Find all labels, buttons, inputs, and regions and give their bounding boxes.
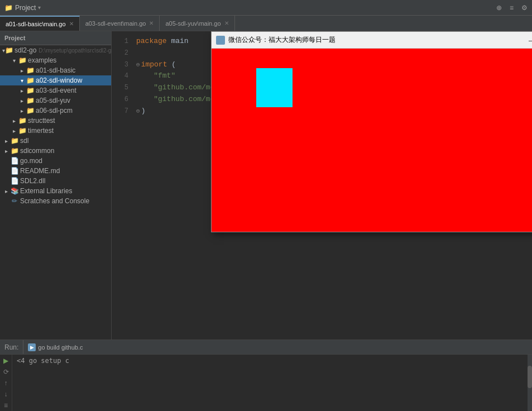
folder-icon-examples: 📁 <box>18 56 27 64</box>
tab-main-go-2[interactable]: a03-sdl-event\main.go ✕ <box>80 16 160 31</box>
folder-icon-sdl2go: 📁 <box>5 46 13 54</box>
folder-icon-a06: 📁 <box>26 107 35 114</box>
label-a03: a03-sdl-event <box>36 87 76 94</box>
project-dropdown-arrow[interactable]: ▾ <box>38 4 41 11</box>
sidebar-item-examples[interactable]: ▾ 📁 examples <box>0 55 111 65</box>
label-sdl2go: sdl2-go <box>15 46 36 54</box>
arrow-examples: ▾ <box>10 58 18 64</box>
folder-icon-a02: 📁 <box>26 77 35 84</box>
run-scrollbar-thumb[interactable] <box>528 366 532 388</box>
icon-scratches: ✏ <box>10 197 19 205</box>
arrow-a06: ▸ <box>18 108 26 114</box>
tab-main-go-3[interactable]: a05-sdl-yuv\main.go ✕ <box>160 16 234 31</box>
folder-icon-sdlcommon: 📁 <box>10 147 19 155</box>
file-icon-readme: 📄 <box>10 167 19 175</box>
run-output-content: <4 go setup c <box>17 357 69 365</box>
folder-icon-extlibs: 📚 <box>10 187 19 195</box>
sidebar-header-label: Project <box>4 35 25 41</box>
run-down-button[interactable]: ↓ <box>2 390 11 398</box>
sidebar-item-a02[interactable]: ▾ 📁 a02-sdl-window <box>0 75 111 85</box>
tab-close-2[interactable]: ✕ <box>149 20 154 26</box>
sidebar: Project ▾ 📁 sdl2-go D:\mysetup\gopath\sr… <box>0 31 112 340</box>
run-list-button[interactable]: ≡ <box>2 402 11 409</box>
sdl-title-text: 微信公众号：福大大架构师每日一题 <box>228 35 529 45</box>
folder-icon-a03: 📁 <box>26 87 35 94</box>
run-sidebar-buttons: ▶ ⟳ ↑ ↓ ≡ 🖨 🗑 <box>0 355 12 411</box>
label-a06: a06-sdl-pcm <box>36 107 73 114</box>
file-icon-gomod: 📄 <box>10 157 19 165</box>
sidebar-item-a06[interactable]: ▸ 📁 a06-sdl-pcm <box>0 106 111 116</box>
arrow-a02: ▾ <box>18 78 26 84</box>
tab-bar: a01-sdl-basic\main.go ✕ a03-sdl-event\ma… <box>0 16 532 31</box>
tab-main-go-1[interactable]: a01-sdl-basic\main.go ✕ <box>0 16 80 31</box>
sidebar-item-sdlcommon[interactable]: ▸ 📁 sdlcommon <box>0 146 111 156</box>
menu-icon[interactable]: ≡ <box>510 4 514 12</box>
sidebar-item-scratches[interactable]: ▸ ✏ Scratches and Console <box>0 196 111 206</box>
label-gomod: go.mod <box>20 157 42 165</box>
sidebar-item-readme[interactable]: ▸ 📄 README.md <box>0 166 111 176</box>
sidebar-item-a03[interactable]: ▸ 📁 a03-sdl-event <box>0 85 111 95</box>
run-up-button[interactable]: ↑ <box>2 379 11 387</box>
arrow-a03: ▸ <box>18 88 26 94</box>
top-bar: 📁 Project ▾ ⊕ ≡ ⚙ <box>0 0 532 16</box>
run-content: ▶ ⟳ ↑ ↓ ≡ 🖨 🗑 <4 go setup c <box>0 355 532 411</box>
tab-close-1[interactable]: ✕ <box>69 21 74 27</box>
run-scrollbar[interactable] <box>528 355 532 411</box>
sidebar-header: Project <box>0 31 111 45</box>
sidebar-item-sdl[interactable]: ▸ 📁 sdl <box>0 136 111 146</box>
run-tab-icon: ▶ <box>28 343 36 351</box>
sidebar-item-structtest[interactable]: ▸ 📁 structtest <box>0 116 111 126</box>
run-label: Run: <box>4 343 18 351</box>
run-tab[interactable]: ▶ go build github.c <box>23 340 87 354</box>
run-tab-label: go build github.c <box>38 344 83 351</box>
sdl-window-icon <box>216 36 225 45</box>
label-a02: a02-sdl-window <box>36 77 82 84</box>
label-sdl: sdl <box>20 137 28 145</box>
sidebar-item-timertest[interactable]: ▸ 📁 timertest <box>0 126 111 136</box>
tab-label-3: a05-sdl-yuv\main.go <box>165 20 221 27</box>
arrow-a05: ▸ <box>18 98 26 104</box>
folder-icon-a01: 📁 <box>26 66 35 74</box>
settings-icon[interactable]: ⚙ <box>521 4 528 12</box>
file-icon-sdl2dll: 📄 <box>10 177 19 185</box>
arrow-structtest: ▸ <box>10 118 18 124</box>
run-header: Run: ▶ go build github.c <box>0 340 532 355</box>
label-a01: a01-sdl-basic <box>36 66 75 74</box>
earth-icon[interactable]: ⊕ <box>496 4 502 12</box>
arrow-timertest: ▸ <box>10 128 18 134</box>
sidebar-item-a05[interactable]: ▸ 📁 a05-sdl-yuv <box>0 95 111 106</box>
sdl-window[interactable]: 微信公众号：福大大架构师每日一题 — □ ✕ <box>211 31 532 232</box>
run-play-button[interactable]: ▶ <box>2 357 11 365</box>
label-a05: a05-sdl-yuv <box>36 97 70 104</box>
label-scratches: Scratches and Console <box>20 197 89 205</box>
tab-close-3[interactable]: ✕ <box>224 20 229 26</box>
arrow-sdl: ▸ <box>2 138 10 144</box>
label-timertest: timertest <box>28 127 54 135</box>
arrow-sdlcommon: ▸ <box>2 148 10 154</box>
label-sdlcommon: sdlcommon <box>20 147 54 155</box>
project-title[interactable]: 📁 Project ▾ <box>4 4 41 12</box>
sidebar-item-sdl2dll[interactable]: ▸ 📄 SDL2.dll <box>0 176 111 186</box>
path-sdl2go: D:\mysetup\gopath\src\sdl2-go <box>39 47 112 54</box>
run-text-area: <4 go setup c <box>12 355 528 411</box>
label-extlibs: External Libraries <box>20 187 72 195</box>
label-structtest: structtest <box>28 117 55 125</box>
project-label: Project <box>15 4 36 12</box>
label-sdl2dll: SDL2.dll <box>20 177 45 185</box>
arrow-a01: ▸ <box>18 68 26 74</box>
tab-label-1: a01-sdl-basic\main.go <box>6 21 66 27</box>
code-editor-area[interactable]: 1 package main 2 3 ⊖import ( 4 "fmt" 5 "… <box>112 31 532 340</box>
folder-icon-sdl: 📁 <box>10 137 19 145</box>
folder-icon-structtest: 📁 <box>18 117 27 125</box>
run-bar: Run: ▶ go build github.c ▶ ⟳ ↑ ↓ ≡ 🖨 🗑 <… <box>0 340 532 411</box>
sidebar-item-gomod[interactable]: ▸ 📄 go.mod <box>0 156 111 166</box>
top-bar-icons: ⊕ ≡ ⚙ <box>496 4 528 12</box>
sidebar-item-a01[interactable]: ▸ 📁 a01-sdl-basic <box>0 65 111 75</box>
run-refresh-button[interactable]: ⟳ <box>2 368 11 376</box>
sidebar-item-sdl2go[interactable]: ▾ 📁 sdl2-go D:\mysetup\gopath\src\sdl2-g… <box>0 45 111 55</box>
sidebar-item-external-libs[interactable]: ▸ 📚 External Libraries <box>0 186 111 196</box>
sdl-minimize-button[interactable]: — <box>529 36 532 45</box>
label-examples: examples <box>28 56 56 64</box>
sdl-canvas <box>212 49 532 232</box>
project-folder-icon: 📁 <box>4 4 13 12</box>
